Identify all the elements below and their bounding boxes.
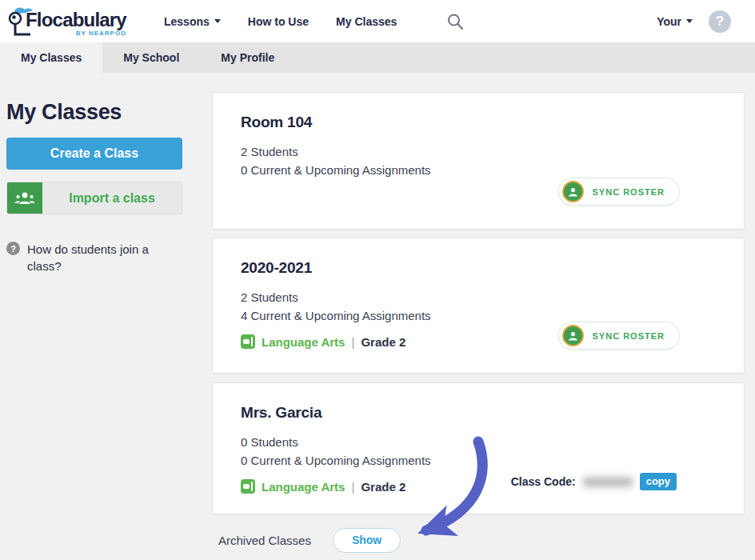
sync-roster-button[interactable]: SYNC ROSTER [558, 178, 680, 206]
help-icon[interactable]: ? [709, 10, 731, 33]
students-join-help-link[interactable]: ? How do students join a class? [6, 241, 184, 274]
chevron-down-icon [214, 19, 221, 23]
class-card-2020-2021[interactable]: 2020-2021 2 Students 4 Current & Upcomin… [212, 238, 745, 374]
sync-roster-label: SYNC ROSTER [593, 187, 665, 197]
page: Flocabulary by nearpod Lessons How to Us… [0, 0, 755, 560]
sidebar: My Classes Create a Class Import a class… [6, 100, 184, 274]
flocabulary-logo[interactable]: Flocabulary by nearpod [6, 6, 138, 38]
create-class-button[interactable]: Create a Class [6, 138, 182, 170]
grade-label: Grade 2 [361, 480, 405, 494]
nav-my-classes[interactable]: My Classes [336, 15, 397, 28]
sync-roster-button[interactable]: SYNC ROSTER [558, 322, 680, 350]
top-nav: Flocabulary by nearpod Lessons How to Us… [0, 0, 755, 42]
classroom-person-icon [562, 325, 584, 346]
tab-my-classes[interactable]: My Classes [0, 42, 102, 73]
tab-my-school[interactable]: My School [102, 42, 200, 73]
class-name[interactable]: Room 104 [241, 114, 716, 131]
subject-book-icon [241, 479, 255, 494]
class-code-label: Class Code: [511, 475, 576, 488]
students-count: 0 Students [241, 433, 716, 451]
grade-label: Grade 2 [361, 335, 405, 349]
students-count: 2 Students [241, 288, 716, 306]
page-title: My Classes [6, 100, 184, 125]
nav-how-to-use[interactable]: How to Use [248, 15, 309, 28]
flocabulary-mic-flame-icon [6, 6, 30, 38]
copy-code-button[interactable]: copy [640, 473, 677, 490]
class-card-room-104[interactable]: Room 104 2 Students 0 Current & Upcoming… [212, 92, 745, 230]
section-tabbar: My Classes My School My Profile [0, 42, 755, 73]
assignments-count: 0 Current & Upcoming Assignments [241, 451, 716, 470]
brand-name: Flocabulary [26, 10, 126, 30]
class-list: Room 104 2 Students 0 Current & Upcoming… [212, 92, 745, 553]
separator: | [351, 480, 354, 494]
nav-lessons[interactable]: Lessons [164, 15, 221, 28]
assignments-count: 0 Current & Upcoming Assignments [241, 161, 716, 179]
archived-classes-label: Archived Classes [218, 534, 311, 547]
question-mark-icon: ? [6, 242, 20, 255]
class-card-mrs-garcia[interactable]: Mrs. Garcia 0 Students 0 Current & Upcom… [212, 382, 745, 514]
separator: | [351, 335, 354, 349]
students-join-help-text: How do students join a class? [27, 241, 171, 274]
archived-classes-row: Archived Classes Show [212, 528, 745, 553]
subject-label: Language Arts [262, 335, 345, 349]
search-icon[interactable] [446, 13, 464, 30]
class-code-redacted [583, 477, 633, 487]
class-name[interactable]: Mrs. Garcia [241, 404, 716, 422]
students-count: 2 Students [241, 142, 716, 161]
brand-byline: by nearpod [76, 30, 126, 37]
import-class-button[interactable]: Import a class [6, 182, 182, 214]
subject-label: Language Arts [262, 480, 345, 494]
tab-my-profile[interactable]: My Profile [200, 42, 295, 73]
class-code-row: Class Code: copy [511, 473, 677, 490]
chevron-down-icon [686, 19, 693, 23]
classroom-person-icon [562, 181, 584, 202]
show-archived-button[interactable]: Show [333, 528, 401, 553]
account-menu[interactable]: Your [657, 15, 693, 28]
sync-roster-label: SYNC ROSTER [593, 331, 665, 341]
import-class-label: Import a class [42, 191, 182, 206]
primary-nav: Lessons How to Use My Classes [164, 13, 464, 30]
people-group-icon [7, 182, 42, 214]
subject-book-icon [241, 334, 255, 349]
class-name[interactable]: 2020-2021 [241, 259, 716, 277]
